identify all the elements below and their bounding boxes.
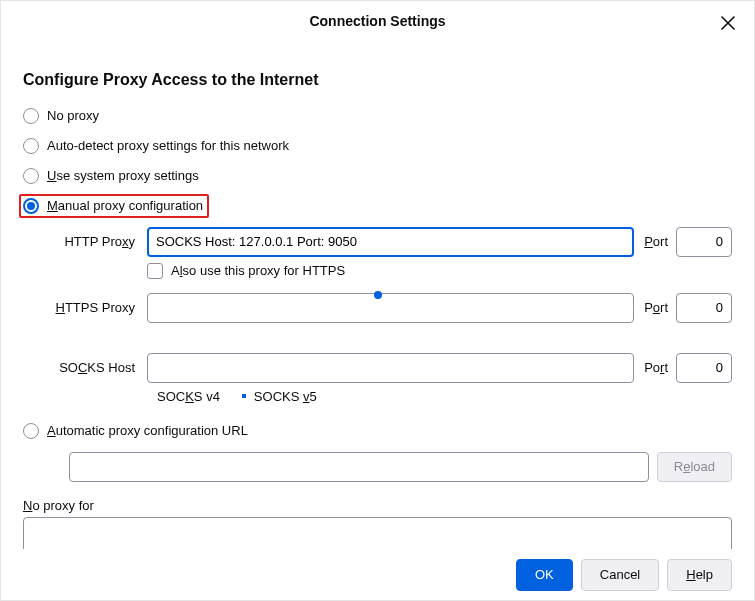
radio-socks-v4[interactable]: SOCKS v4 bbox=[149, 389, 220, 404]
titlebar: Connection Settings bbox=[1, 1, 754, 41]
http-port-input[interactable] bbox=[676, 227, 732, 257]
dialog-title: Connection Settings bbox=[309, 13, 445, 29]
radio-label: Manual proxy configuration bbox=[47, 198, 203, 213]
help-button[interactable]: Help bbox=[667, 559, 732, 591]
radio-icon bbox=[23, 423, 39, 439]
http-proxy-input[interactable] bbox=[147, 227, 634, 257]
reload-button[interactable]: Reload bbox=[657, 452, 732, 482]
ok-button[interactable]: OK bbox=[516, 559, 573, 591]
also-use-https-row[interactable]: Also use this proxy for HTTPS bbox=[147, 263, 732, 279]
radio-socks-v5[interactable]: SOCKS v5 bbox=[242, 389, 317, 404]
checkbox-icon bbox=[147, 263, 163, 279]
close-icon bbox=[721, 16, 735, 30]
checkbox-label: Also use this proxy for HTTPS bbox=[171, 263, 345, 278]
radio-system-proxy[interactable]: Use system proxy settings bbox=[23, 161, 732, 191]
socks-version-row: SOCKS v4 SOCKS v5 bbox=[149, 389, 732, 404]
https-proxy-row: HTTPS Proxy Port bbox=[43, 293, 732, 323]
cancel-button[interactable]: Cancel bbox=[581, 559, 659, 591]
connection-settings-dialog: Connection Settings Configure Proxy Acce… bbox=[0, 0, 755, 601]
socks-host-input[interactable] bbox=[147, 353, 634, 383]
socks-port-input[interactable] bbox=[676, 353, 732, 383]
radio-label: Automatic proxy configuration URL bbox=[47, 423, 248, 438]
no-proxy-for-label: No proxy for bbox=[23, 498, 732, 513]
radio-icon-selected bbox=[23, 198, 39, 214]
http-port-label: Port bbox=[642, 234, 668, 249]
section-title: Configure Proxy Access to the Internet bbox=[23, 71, 732, 89]
https-proxy-input[interactable] bbox=[147, 293, 634, 323]
socks-host-row: SOCKS Host Port bbox=[43, 353, 732, 383]
radio-icon bbox=[23, 108, 39, 124]
http-proxy-row: HTTP Proxy Port bbox=[43, 227, 732, 257]
http-proxy-label: HTTP Proxy bbox=[43, 234, 139, 249]
radio-label: Use system proxy settings bbox=[47, 168, 199, 183]
radio-auto-detect[interactable]: Auto-detect proxy settings for this netw… bbox=[23, 131, 732, 161]
radio-auto-pac[interactable]: Automatic proxy configuration URL bbox=[23, 416, 732, 446]
annotation-highlight: Manual proxy configuration bbox=[19, 194, 209, 218]
radio-icon bbox=[23, 168, 39, 184]
pac-url-row: Reload bbox=[69, 452, 732, 482]
socks-host-label: SOCKS Host bbox=[43, 360, 139, 375]
radio-manual-proxy[interactable]: Manual proxy configuration bbox=[23, 191, 732, 221]
radio-label: SOCKS v4 bbox=[157, 389, 220, 404]
radio-no-proxy[interactable]: No proxy bbox=[23, 101, 732, 131]
https-proxy-label: HTTPS Proxy bbox=[43, 300, 139, 315]
https-port-label: Port bbox=[642, 300, 668, 315]
spacer bbox=[23, 329, 732, 347]
radio-icon-selected bbox=[242, 394, 246, 398]
radio-icon bbox=[23, 138, 39, 154]
https-port-input[interactable] bbox=[676, 293, 732, 323]
no-proxy-for-input[interactable] bbox=[23, 517, 732, 549]
close-button[interactable] bbox=[718, 13, 738, 33]
radio-label: No proxy bbox=[47, 108, 99, 123]
pac-url-input[interactable] bbox=[69, 452, 649, 482]
radio-label: Auto-detect proxy settings for this netw… bbox=[47, 138, 289, 153]
socks-port-label: Port bbox=[642, 360, 668, 375]
dialog-body[interactable]: Configure Proxy Access to the Internet N… bbox=[1, 41, 754, 549]
radio-label: SOCKS v5 bbox=[254, 389, 317, 404]
dialog-footer: OK Cancel Help bbox=[1, 549, 754, 600]
